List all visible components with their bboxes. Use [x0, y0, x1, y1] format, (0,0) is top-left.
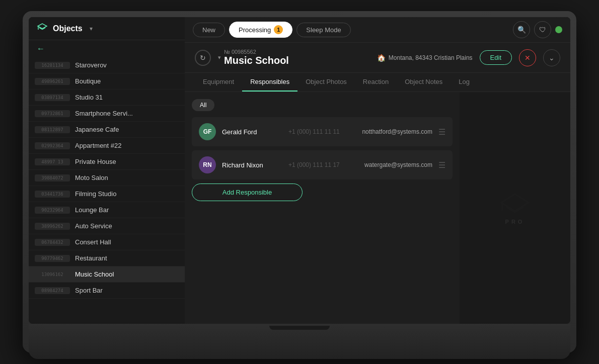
object-address: 🏠 Montana, 84343 Cristian Plains [377, 54, 473, 62]
list-item-name: Restaurant [75, 254, 107, 262]
laptop-frame: Objects ▾ ← 16281134 Staroverov 49896261… [23, 11, 576, 353]
add-responsible-button[interactable]: Add Responsible [192, 184, 303, 201]
back-button[interactable]: ← [29, 40, 185, 57]
list-item-name: Sport Bar [75, 287, 103, 294]
watermark-pro-text: PRO [505, 219, 525, 225]
responsible-email: notthatford@systems.com [362, 128, 432, 135]
list-item[interactable]: 90232964 Lounge Bar [29, 202, 185, 218]
list-item[interactable]: 49896261 Boutique [29, 73, 185, 89]
menu-icon[interactable]: ☰ [438, 160, 445, 170]
responsibles-panel: All GF Gerald Ford +1 (000) 111 11 11 no… [185, 92, 460, 324]
list-item-id: 49896261 [35, 78, 70, 85]
shield-button[interactable]: 🛡 [534, 21, 551, 38]
laptop-notch [269, 326, 330, 330]
sidebar-header: Objects ▾ [29, 17, 185, 40]
refresh-button[interactable]: ↻ [195, 50, 211, 66]
list-item-id: 06784432 [35, 239, 70, 246]
list-item[interactable]: 06784432 Consert Hall [29, 234, 185, 250]
list-item-id: 08984274 [35, 287, 70, 294]
sleep-mode-button[interactable]: Sleep Mode [296, 23, 350, 37]
expand-button[interactable]: ⌄ [543, 49, 560, 66]
search-button[interactable]: 🔍 [513, 21, 530, 38]
filter-all-button[interactable]: All [192, 99, 214, 111]
topbar: New Processing 1 Sleep Mode 🔍 🛡 [185, 17, 570, 43]
list-item[interactable]: 16281134 Staroverov [29, 57, 185, 73]
list-item[interactable]: 08112897 Japanese Cafe [29, 122, 185, 138]
avatar: RN [199, 156, 216, 173]
list-item-name: Japanese Cafe [75, 126, 119, 133]
list-item-name: Smartphone Servi... [75, 110, 133, 117]
processing-tab-button[interactable]: Processing 1 [229, 22, 292, 38]
new-tab-button[interactable]: New [193, 23, 225, 37]
home-icon: 🏠 [377, 54, 386, 62]
list-item-name: Lounge Bar [75, 206, 109, 214]
tab-item-reaction[interactable]: Reaction [355, 73, 397, 92]
list-item-name: Private House [75, 158, 116, 165]
list-item[interactable]: 48997 13 Private House [29, 154, 185, 170]
list-item-name: Studio 31 [75, 94, 103, 101]
list-item-id: 03897134 [35, 94, 70, 101]
responsible-name: Richard Nixon [222, 161, 282, 169]
list-item-id: 09732861 [35, 110, 70, 117]
list-item[interactable]: 08984274 Sport Bar [29, 283, 185, 299]
dropdown-small[interactable]: ▾ [218, 54, 221, 61]
list-item-name: Music School [75, 270, 114, 278]
back-btn[interactable]: ← [29, 40, 53, 57]
list-item-id: 13096162 [35, 271, 70, 278]
list-item[interactable]: 39884072 Moto Salon [29, 170, 185, 186]
list-item-id: 03441736 [35, 191, 70, 198]
tab-item-object-notes[interactable]: Object Notes [397, 73, 451, 92]
object-title: Music School [224, 55, 289, 66]
object-info: № 00985562 Music School [224, 49, 289, 66]
list-item[interactable]: 13096162 Music School [29, 266, 185, 283]
list-item-name: Auto Service [75, 222, 112, 230]
list-item-name: Staroverov [75, 61, 107, 69]
responsible-row: RN Richard Nixon +1 (000) 111 11 17 wate… [192, 150, 453, 179]
delete-button[interactable]: ✕ [519, 49, 536, 66]
responsibles-list: GF Gerald Ford +1 (000) 111 11 11 nottha… [192, 117, 453, 179]
list-item[interactable]: 38996262 Auto Service [29, 218, 185, 234]
laptop-screen: Objects ▾ ← 16281134 Staroverov 49896261… [29, 17, 570, 324]
tab-row: EquipmentResponsiblesObject PhotosReacti… [185, 73, 570, 92]
list-item-id: 39884072 [35, 174, 70, 181]
app-container: Objects ▾ ← 16281134 Staroverov 49896261… [29, 17, 570, 324]
watermark-logo: PRO [497, 192, 533, 225]
tab-item-equipment[interactable]: Equipment [195, 73, 242, 92]
list-item[interactable]: 03897134 Studio 31 [29, 89, 185, 106]
status-indicator [555, 26, 562, 33]
list-item-id: 90232964 [35, 207, 70, 214]
object-header: ↻ ▾ № 00985562 Music School 🏠 Montana, 8… [185, 43, 570, 73]
tab-item-responsibles[interactable]: Responsibles [242, 73, 297, 92]
list-item-id: 16281134 [35, 62, 70, 69]
processing-badge: 1 [274, 25, 283, 34]
logo-icon [37, 23, 48, 34]
logo-area: Objects ▾ [37, 23, 93, 34]
list-item-name: Filming Studio [75, 190, 116, 198]
main-content: New Processing 1 Sleep Mode 🔍 🛡 ↻ ▾ [185, 17, 570, 324]
sidebar: Objects ▾ ← 16281134 Staroverov 49896261… [29, 17, 185, 324]
edit-button[interactable]: Edit [480, 50, 512, 65]
list-item[interactable]: 03441736 Filming Studio [29, 186, 185, 202]
content-area: All GF Gerald Ford +1 (000) 111 11 11 no… [185, 92, 570, 324]
tab-item-log[interactable]: Log [451, 73, 478, 92]
list-item-id: 08112897 [35, 126, 70, 133]
list-item[interactable]: 09732861 Smartphone Servi... [29, 106, 185, 122]
menu-icon[interactable]: ☰ [438, 127, 445, 137]
list-item-id: 90779462 [35, 255, 70, 262]
responsible-row: GF Gerald Ford +1 (000) 111 11 11 nottha… [192, 117, 453, 146]
list-item[interactable]: 02992364 Appartment #22 [29, 138, 185, 154]
responsible-phone: +1 (000) 111 11 11 [288, 128, 356, 135]
list-item[interactable]: 90779462 Restaurant [29, 250, 185, 266]
responsible-name: Gerald Ford [222, 128, 282, 136]
sidebar-list: 16281134 Staroverov 49896261 Boutique 03… [29, 57, 185, 324]
laptop-base [29, 324, 570, 359]
list-item-name: Boutique [75, 77, 101, 85]
list-item-name: Moto Salon [75, 174, 108, 181]
responsible-email: watergate@systems.com [364, 161, 432, 168]
list-item-name: Consert Hall [75, 238, 111, 246]
dropdown-arrow-icon: ▾ [90, 25, 93, 32]
tab-item-object-photos[interactable]: Object Photos [297, 73, 355, 92]
list-item-id: 48997 13 [35, 158, 70, 165]
responsible-phone: +1 (000) 111 11 17 [288, 161, 358, 168]
list-item-id: 02992364 [35, 142, 70, 149]
